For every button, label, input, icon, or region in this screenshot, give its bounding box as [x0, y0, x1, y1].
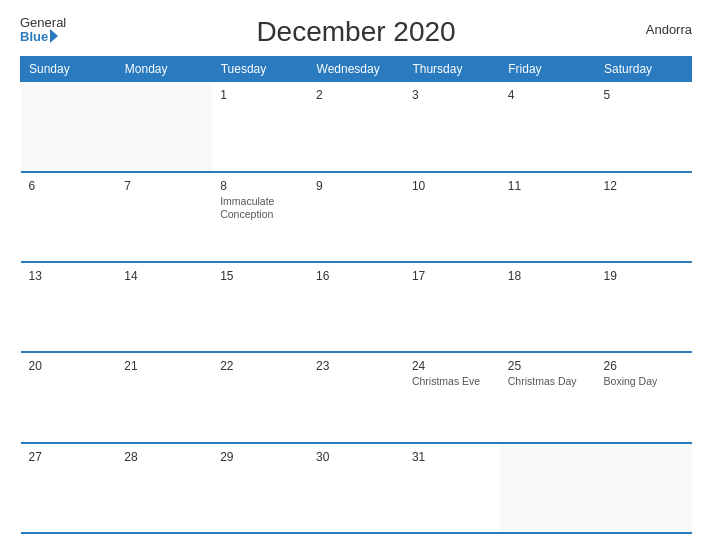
- day-number: 1: [220, 88, 300, 102]
- event-label: Immaculate: [220, 195, 300, 209]
- day-number: 10: [412, 179, 492, 193]
- calendar-day-cell: 7: [116, 172, 212, 262]
- day-number: 18: [508, 269, 588, 283]
- calendar-day-cell: 24Christmas Eve: [404, 352, 500, 442]
- day-number: 13: [29, 269, 109, 283]
- day-number: 23: [316, 359, 396, 373]
- calendar-day-cell: 12: [596, 172, 692, 262]
- calendar-day-cell: 11: [500, 172, 596, 262]
- day-number: 5: [604, 88, 684, 102]
- weekday-header-cell: Saturday: [596, 57, 692, 82]
- calendar-day-cell: 16: [308, 262, 404, 352]
- day-number: 31: [412, 450, 492, 464]
- calendar-day-cell: 1: [212, 82, 308, 172]
- country-label: Andorra: [646, 22, 692, 37]
- day-number: 14: [124, 269, 204, 283]
- day-number: 29: [220, 450, 300, 464]
- weekday-header-cell: Tuesday: [212, 57, 308, 82]
- calendar-day-cell: 21: [116, 352, 212, 442]
- calendar-day-cell: 2: [308, 82, 404, 172]
- calendar-header-row: SundayMondayTuesdayWednesdayThursdayFrid…: [21, 57, 692, 82]
- day-number: 12: [604, 179, 684, 193]
- calendar-day-cell: 14: [116, 262, 212, 352]
- day-number: 6: [29, 179, 109, 193]
- calendar-day-cell: [500, 443, 596, 533]
- day-number: 28: [124, 450, 204, 464]
- weekday-header-cell: Sunday: [21, 57, 117, 82]
- event-label: Christmas Eve: [412, 375, 492, 389]
- calendar-day-cell: 5: [596, 82, 692, 172]
- calendar-day-cell: 13: [21, 262, 117, 352]
- day-number: 25: [508, 359, 588, 373]
- calendar-day-cell: 8ImmaculateConception: [212, 172, 308, 262]
- weekday-header-cell: Thursday: [404, 57, 500, 82]
- calendar-day-cell: 20: [21, 352, 117, 442]
- day-number: 24: [412, 359, 492, 373]
- weekday-header-cell: Wednesday: [308, 57, 404, 82]
- logo-blue-text: Blue: [20, 29, 66, 43]
- calendar-week-row: 2728293031: [21, 443, 692, 533]
- month-title: December 2020: [256, 16, 455, 48]
- day-number: 2: [316, 88, 396, 102]
- calendar-day-cell: [21, 82, 117, 172]
- calendar-day-cell: 22: [212, 352, 308, 442]
- calendar-day-cell: 15: [212, 262, 308, 352]
- calendar-day-cell: 25Christmas Day: [500, 352, 596, 442]
- calendar-week-row: 2021222324Christmas Eve25Christmas Day26…: [21, 352, 692, 442]
- calendar-day-cell: 4: [500, 82, 596, 172]
- day-number: 4: [508, 88, 588, 102]
- logo-triangle-icon: [50, 29, 58, 43]
- day-number: 20: [29, 359, 109, 373]
- calendar-day-cell: [116, 82, 212, 172]
- calendar-day-cell: 27: [21, 443, 117, 533]
- logo-general-text: General: [20, 16, 66, 29]
- calendar-day-cell: 23: [308, 352, 404, 442]
- day-number: 19: [604, 269, 684, 283]
- calendar-day-cell: 9: [308, 172, 404, 262]
- calendar-day-cell: 29: [212, 443, 308, 533]
- calendar-day-cell: [596, 443, 692, 533]
- day-number: 11: [508, 179, 588, 193]
- day-number: 30: [316, 450, 396, 464]
- calendar-day-cell: 30: [308, 443, 404, 533]
- calendar-table: SundayMondayTuesdayWednesdayThursdayFrid…: [20, 56, 692, 534]
- weekday-header-cell: Monday: [116, 57, 212, 82]
- weekday-header-cell: Friday: [500, 57, 596, 82]
- day-number: 27: [29, 450, 109, 464]
- calendar-week-row: 12345: [21, 82, 692, 172]
- day-number: 15: [220, 269, 300, 283]
- day-number: 8: [220, 179, 300, 193]
- logo: General Blue: [20, 16, 66, 43]
- event-label: Conception: [220, 208, 300, 222]
- event-label: Boxing Day: [604, 375, 684, 389]
- day-number: 7: [124, 179, 204, 193]
- day-number: 21: [124, 359, 204, 373]
- day-number: 17: [412, 269, 492, 283]
- calendar-body: 12345678ImmaculateConception910111213141…: [21, 82, 692, 534]
- calendar-day-cell: 19: [596, 262, 692, 352]
- calendar-week-row: 678ImmaculateConception9101112: [21, 172, 692, 262]
- calendar-day-cell: 28: [116, 443, 212, 533]
- day-number: 26: [604, 359, 684, 373]
- calendar-day-cell: 18: [500, 262, 596, 352]
- calendar-day-cell: 10: [404, 172, 500, 262]
- calendar-week-row: 13141516171819: [21, 262, 692, 352]
- calendar-header: General Blue December 2020 Andorra: [20, 16, 692, 48]
- day-number: 22: [220, 359, 300, 373]
- calendar-day-cell: 3: [404, 82, 500, 172]
- calendar-day-cell: 17: [404, 262, 500, 352]
- calendar-day-cell: 26Boxing Day: [596, 352, 692, 442]
- event-label: Christmas Day: [508, 375, 588, 389]
- day-number: 9: [316, 179, 396, 193]
- calendar-day-cell: 31: [404, 443, 500, 533]
- weekday-header: SundayMondayTuesdayWednesdayThursdayFrid…: [21, 57, 692, 82]
- day-number: 16: [316, 269, 396, 283]
- day-number: 3: [412, 88, 492, 102]
- calendar-day-cell: 6: [21, 172, 117, 262]
